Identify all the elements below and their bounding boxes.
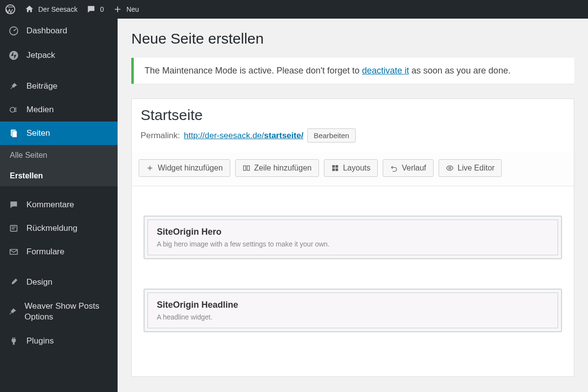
widget-headline[interactable]: SiteOrigin Headline A headline widget.: [147, 293, 558, 328]
svg-rect-13: [336, 169, 338, 171]
pin-icon: [8, 81, 20, 91]
button-label: Layouts: [343, 164, 370, 172]
sidebar-item-label: Design: [26, 277, 52, 287]
sidebar-item-label: Rückmeldung: [26, 223, 77, 233]
plugin-icon: [8, 336, 20, 346]
pin-icon: [8, 307, 18, 317]
new-link[interactable]: Neu: [113, 4, 139, 14]
notice-deactivate-link[interactable]: deactivate it: [362, 66, 409, 75]
widget-description: A headline widget.: [157, 313, 549, 321]
sidebar-item-label: Formulare: [26, 247, 64, 257]
button-label: Widget hinzufügen: [158, 164, 223, 172]
widget-title: SiteOrigin Headline: [157, 300, 549, 310]
button-label: Live Editor: [458, 164, 495, 172]
plus-icon: [113, 4, 122, 14]
sidebar-item-media[interactable]: Medien: [0, 98, 118, 122]
notice-text-prefix: The Maintenance Mode is active. Please d…: [145, 66, 362, 75]
comments-icon: [8, 200, 20, 210]
svg-rect-9: [247, 166, 249, 170]
post-title-input[interactable]: [132, 99, 574, 126]
sidebar-item-label: Medien: [26, 105, 54, 115]
jetpack-icon: [8, 50, 20, 61]
eye-icon: [446, 164, 454, 172]
add-widget-button[interactable]: Widget hinzufügen: [139, 159, 230, 177]
sidebar-item-comments[interactable]: Kommentare: [0, 193, 118, 217]
sidebar-item-label: Dashboard: [26, 26, 67, 36]
site-link[interactable]: Der Seesack: [24, 4, 77, 14]
wp-logo[interactable]: [5, 4, 16, 15]
pagebuilder-canvas: SiteOrigin Hero A big hero image with a …: [132, 186, 574, 376]
layouts-button[interactable]: Layouts: [324, 159, 378, 177]
pagebuilder-row[interactable]: SiteOrigin Headline A headline widget.: [144, 289, 562, 332]
button-label: Verlauf: [402, 164, 426, 172]
site-name: Der Seesack: [38, 5, 77, 13]
dashboard-icon: [8, 25, 20, 36]
widget-description: A big hero image with a few settings to …: [157, 240, 549, 248]
live-editor-button[interactable]: Live Editor: [439, 159, 502, 177]
sidebar-item-jetpack[interactable]: Jetpack: [0, 43, 118, 68]
pages-icon: [8, 128, 20, 138]
submenu-all-pages[interactable]: Alle Seiten: [0, 145, 118, 166]
svg-rect-12: [332, 169, 335, 171]
edit-permalink-button[interactable]: Bearbeiten: [307, 128, 356, 143]
editor-box: Permalink: http://der-seesack.de/startse…: [131, 98, 574, 377]
sidebar-item-label: Seiten: [26, 128, 50, 138]
notice-text-suffix: as soon as you are done.: [409, 66, 511, 75]
sidebar-item-dashboard[interactable]: Dashboard: [0, 19, 118, 43]
plus-icon: [146, 164, 154, 172]
pagebuilder-toolbar: Widget hinzufügen Zeile hinzufügen Layou…: [132, 152, 574, 186]
svg-point-2: [9, 51, 18, 60]
columns-icon: [243, 164, 250, 172]
brush-icon: [8, 277, 20, 287]
mail-icon: [8, 247, 20, 257]
svg-rect-8: [244, 166, 246, 170]
sidebar-item-weaver[interactable]: Weaver Show Posts Options: [0, 294, 118, 329]
svg-rect-10: [332, 165, 335, 168]
sidebar-item-pages[interactable]: Seiten: [0, 122, 118, 145]
comments-count: 0: [100, 5, 104, 13]
widget-hero[interactable]: SiteOrigin Hero A big hero image with a …: [147, 220, 558, 255]
sidebar-item-label: Beiträge: [26, 81, 57, 91]
sidebar-item-design[interactable]: Design: [0, 270, 118, 294]
undo-icon: [390, 164, 398, 172]
sidebar-item-label: Weaver Show Posts Options: [24, 301, 110, 322]
button-label: Zeile hinzufügen: [254, 164, 312, 172]
svg-point-14: [449, 167, 451, 169]
admin-sidebar: Dashboard Jetpack Beiträge Medien Seiten…: [0, 19, 118, 392]
page-title: Neue Seite erstellen: [131, 30, 574, 47]
permalink-label: Permalink:: [141, 131, 180, 141]
sidebar-item-forms[interactable]: Formulare: [0, 240, 118, 264]
sidebar-item-plugins[interactable]: Plugins: [0, 329, 118, 353]
new-label: Neu: [126, 5, 139, 13]
widget-title: SiteOrigin Hero: [157, 227, 549, 237]
svg-rect-11: [336, 165, 338, 168]
sidebar-item-label: Plugins: [26, 336, 54, 346]
sidebar-item-feedback[interactable]: Rückmeldung: [0, 217, 118, 240]
admin-toolbar: Der Seesack 0 Neu: [0, 0, 588, 19]
comment-icon: [86, 4, 96, 14]
sidebar-item-posts[interactable]: Beiträge: [0, 74, 118, 98]
pagebuilder-row[interactable]: SiteOrigin Hero A big hero image with a …: [144, 216, 562, 259]
submenu-create[interactable]: Erstellen: [0, 166, 118, 186]
comments-link[interactable]: 0: [86, 4, 104, 14]
add-row-button[interactable]: Zeile hinzufügen: [235, 159, 319, 177]
permalink-row: Permalink: http://der-seesack.de/startse…: [132, 126, 574, 152]
svg-rect-5: [12, 131, 17, 137]
permalink-link[interactable]: http://der-seesack.de/startseite/: [184, 131, 303, 141]
media-icon: [8, 105, 20, 115]
layouts-icon: [331, 164, 339, 172]
sidebar-submenu: Alle Seiten Erstellen: [0, 145, 118, 186]
main-content: Neue Seite erstellen The Maintenance Mod…: [118, 19, 588, 392]
feedback-icon: [8, 223, 20, 233]
sidebar-item-label: Kommentare: [26, 200, 74, 210]
sidebar-item-label: Jetpack: [26, 50, 55, 60]
home-icon: [24, 4, 34, 14]
history-button[interactable]: Verlauf: [383, 159, 434, 177]
maintenance-notice: The Maintenance Mode is active. Please d…: [131, 58, 574, 84]
